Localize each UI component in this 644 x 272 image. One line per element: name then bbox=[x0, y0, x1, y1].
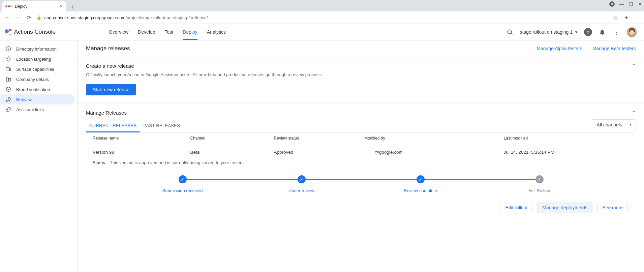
assistant-logo: Actions Console bbox=[5, 29, 56, 35]
nav-overview[interactable]: Overview bbox=[109, 24, 128, 40]
new-tab-button[interactable]: ＋ bbox=[68, 2, 78, 11]
edit-rollout-button[interactable]: Edit rollout bbox=[500, 202, 532, 213]
chevron-up-icon[interactable]: ⌃ bbox=[632, 110, 636, 115]
minimize-icon[interactable]: ― bbox=[619, 1, 624, 7]
reload-icon[interactable]: ⟳ bbox=[26, 14, 32, 21]
svg-rect-8 bbox=[6, 77, 8, 81]
status-label: Status: bbox=[93, 160, 106, 165]
col-release-name: Release name bbox=[93, 136, 190, 141]
step-label: Full Rollout bbox=[528, 188, 550, 193]
create-release-desc: Officially launch your Action to Google … bbox=[86, 72, 636, 77]
window-controls: ▾ ― ❐ ✕ bbox=[609, 1, 642, 7]
check-icon: ✓ bbox=[298, 175, 306, 183]
nav-develop[interactable]: Develop bbox=[138, 24, 155, 40]
link-icon bbox=[5, 107, 11, 113]
cell-channel: Beta bbox=[190, 150, 274, 155]
svg-rect-7 bbox=[9, 68, 11, 71]
app-title: Actions Console bbox=[14, 29, 56, 35]
notifications-icon[interactable] bbox=[598, 29, 606, 35]
tab-past-releases[interactable]: PAST RELEASES bbox=[140, 119, 183, 132]
sidebar-item-location-targeting[interactable]: Location targeting bbox=[0, 54, 75, 64]
close-icon[interactable]: × bbox=[60, 4, 63, 9]
sidebar-item-label: Assistant links bbox=[16, 107, 44, 112]
cell-review-status: Approved bbox=[274, 150, 365, 155]
svg-line-1 bbox=[511, 33, 513, 35]
nav-deploy[interactable]: Deploy bbox=[183, 24, 197, 40]
search-icon[interactable] bbox=[506, 29, 514, 35]
create-release-section: ⌃ Create a new release Officially launch… bbox=[78, 57, 644, 104]
col-modified-by: Modified by bbox=[364, 136, 504, 141]
sidebar-item-release[interactable]: Release bbox=[0, 94, 75, 104]
releases-table: Release name Channel Review status Modif… bbox=[86, 132, 636, 160]
extensions-icon[interactable]: ✦ bbox=[623, 14, 629, 21]
assistant-glyph-icon bbox=[5, 29, 11, 35]
check-icon: ✓ bbox=[417, 175, 425, 183]
sidebar-item-brand-verification[interactable]: Brand verification bbox=[0, 84, 75, 94]
sidebar-item-surface-capabilities[interactable]: Surface capabilities bbox=[0, 64, 75, 74]
avatar[interactable] bbox=[626, 27, 637, 37]
nav-test[interactable]: Test bbox=[165, 24, 174, 40]
sidebar-item-company-details[interactable]: Company details bbox=[0, 74, 75, 84]
svg-point-0 bbox=[508, 30, 512, 34]
sidebar-item-label: Brand verification bbox=[16, 87, 50, 92]
sidebar-item-directory-information[interactable]: Directory information bbox=[0, 44, 75, 54]
see-more-button[interactable]: See more bbox=[597, 202, 628, 213]
sidebar-item-label: Surface capabilities bbox=[16, 67, 54, 72]
star-icon[interactable]: ☆ bbox=[612, 14, 618, 21]
col-channel: Channel bbox=[190, 136, 274, 141]
back-icon[interactable]: ← bbox=[4, 14, 10, 21]
sidebar-item-label: Company details bbox=[16, 77, 49, 82]
svg-rect-6 bbox=[6, 68, 9, 70]
chevron-down-icon: ▼ bbox=[629, 123, 632, 126]
url-path: /project/stage-rollout-on-staging-1/rele… bbox=[125, 15, 208, 20]
cell-release-name: Version 98 bbox=[93, 150, 190, 155]
step-full-rollout: 4 Full Rollout bbox=[480, 175, 599, 193]
chrome-menu-icon[interactable]: ⋮ bbox=[634, 14, 640, 21]
channel-filter-select[interactable]: All channels ▼ bbox=[592, 119, 636, 130]
url-host: aog-console-acs-staging.corp.google.com bbox=[44, 15, 125, 20]
manage-beta-link[interactable]: Manage Beta testers bbox=[592, 46, 636, 51]
browser-tab[interactable]: Deploy × bbox=[2, 1, 66, 11]
project-name: stage rollout on staging 1 bbox=[520, 29, 573, 35]
project-picker[interactable]: stage rollout on staging 1 ▼ bbox=[520, 29, 578, 35]
svg-rect-9 bbox=[9, 79, 10, 81]
browser-chrome: Deploy × ＋ ▾ ― ❐ ✕ ← → ⟳ 🔒 aog-console-a… bbox=[0, 0, 644, 24]
step-label: Review complete bbox=[404, 188, 437, 193]
account-chip-icon[interactable]: ▾ bbox=[609, 1, 615, 7]
page-title: Manage releases bbox=[86, 45, 130, 52]
business-icon bbox=[5, 76, 11, 82]
cell-modified-by: @google.com bbox=[364, 150, 504, 155]
devices-icon bbox=[5, 66, 11, 72]
check-icon: ✓ bbox=[179, 175, 187, 183]
page-titlebar: Manage releases Manage Alpha testers Man… bbox=[78, 40, 644, 57]
lock-icon: 🔒 bbox=[36, 15, 41, 20]
status-block: Status: This version is approved and is … bbox=[86, 160, 636, 169]
review-stepper: ✓ Submission received ✓ Under review ✓ R… bbox=[86, 169, 636, 197]
table-row[interactable]: Version 98 Beta Approved @google.com Jul… bbox=[86, 144, 636, 160]
col-review-status: Review status bbox=[274, 136, 365, 141]
rocket-icon bbox=[5, 96, 11, 102]
app-header: Actions Console Overview Develop Test De… bbox=[0, 24, 644, 40]
status-text: This version is approved and is currentl… bbox=[110, 160, 245, 165]
close-window-icon[interactable]: ✕ bbox=[638, 1, 642, 7]
manage-alpha-link[interactable]: Manage Alpha testers bbox=[536, 46, 582, 51]
sidebar-item-label: Release bbox=[16, 97, 32, 102]
step-under-review: ✓ Under review bbox=[242, 175, 361, 193]
manage-deployments-button[interactable]: Manage deployments bbox=[537, 202, 592, 213]
chevron-up-icon[interactable]: ⌃ bbox=[632, 63, 636, 68]
tab-current-releases[interactable]: CURRENT RELEASES bbox=[86, 119, 140, 132]
address-bar[interactable]: 🔒 aog-console-acs-staging.corp.google.co… bbox=[36, 15, 608, 20]
address-row: ← → ⟳ 🔒 aog-console-acs-staging.corp.goo… bbox=[0, 11, 644, 24]
sidebar-item-assistant-links[interactable]: Assistant links bbox=[0, 104, 75, 115]
chevron-down-icon: ▼ bbox=[575, 30, 578, 34]
nav-analytics[interactable]: Analytics bbox=[207, 24, 226, 40]
cell-last-modified: Jul 14, 2021, 5:16:14 PM bbox=[504, 150, 629, 155]
release-subtabs: CURRENT RELEASES PAST RELEASES All chann… bbox=[86, 119, 636, 132]
content: Manage releases Manage Alpha testers Man… bbox=[78, 40, 644, 272]
help-icon[interactable]: ? bbox=[584, 28, 592, 36]
restore-icon[interactable]: ❐ bbox=[629, 1, 633, 7]
start-new-release-button[interactable]: Start new release bbox=[86, 84, 136, 95]
info-icon bbox=[5, 46, 11, 52]
step-review-complete: ✓ Review complete bbox=[361, 175, 480, 193]
more-icon[interactable]: ⋮ bbox=[612, 28, 620, 36]
